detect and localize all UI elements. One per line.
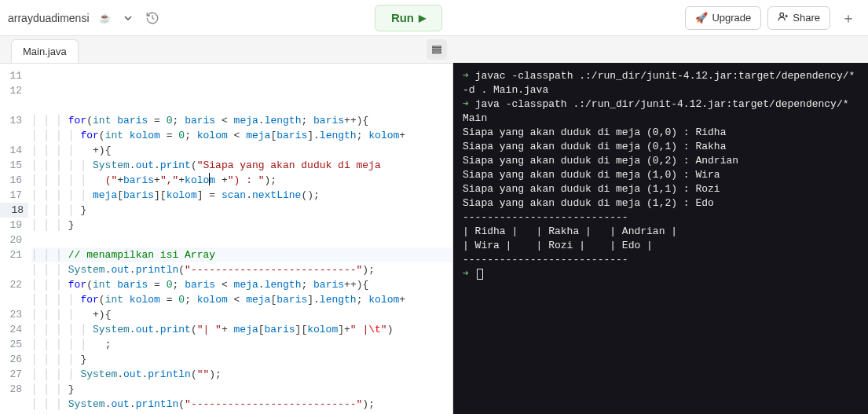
header-bar: arrayduadimensi ☕ Run ▶ 🚀 Upgrade Share … <box>0 0 868 36</box>
console-prompt-active[interactable]: ➜ <box>463 267 859 281</box>
line-number: 20 <box>0 233 22 247</box>
code-line[interactable]: │ │ │ System.out.println("--------------… <box>31 397 452 412</box>
language-icon-java: ☕ <box>97 10 113 26</box>
console-line: Siapa yang akan duduk di meja (1,0) : Wi… <box>463 168 859 182</box>
editor-settings-icon[interactable] <box>427 39 447 60</box>
svg-rect-5 <box>433 52 441 53</box>
run-button[interactable]: Run ▶ <box>375 5 442 31</box>
code-line[interactable]: │ │ │ │ │ meja[baris][kolom] = scan.next… <box>31 188 452 203</box>
svg-rect-4 <box>433 49 441 50</box>
line-number <box>0 98 22 113</box>
main-split: 1112 13 1415161718192021 22 232425262728… <box>0 63 868 414</box>
code-line[interactable]: │ │ │ │ for(int kolom = 0; kolom < meja[… <box>31 128 452 143</box>
code-line[interactable]: │ │ │ for(int baris = 0; baris < meja.le… <box>31 113 452 128</box>
prompt-icon: ➜ <box>463 268 469 280</box>
code-line[interactable]: │ │ │ // menampilkan isi Array <box>31 247 452 262</box>
code-line[interactable]: │ │ │ │ +){ <box>31 307 452 322</box>
line-number: 16 <box>0 173 22 188</box>
line-number: 14 <box>0 143 22 158</box>
rocket-icon: 🚀 <box>695 12 708 24</box>
editor-pane[interactable]: 1112 13 1415161718192021 22 232425262728… <box>0 63 453 414</box>
line-number: 17 <box>0 188 22 203</box>
history-icon[interactable] <box>141 7 163 29</box>
line-number: 22 <box>0 277 22 292</box>
code-line[interactable]: │ │ │ } <box>31 382 452 397</box>
line-number: 23 <box>0 307 22 322</box>
text-cursor <box>209 173 210 185</box>
console-line: Siapa yang akan duduk di meja (1,1) : Ro… <box>463 182 859 196</box>
prompt-icon: ➜ <box>463 70 469 82</box>
person-plus-icon <box>778 11 789 24</box>
line-number <box>0 128 22 143</box>
line-number: 28 <box>0 382 22 397</box>
line-number: 15 <box>0 158 22 173</box>
line-number: 24 <box>0 322 22 337</box>
console-line: Siapa yang akan duduk di meja (1,2) : Ed… <box>463 196 859 211</box>
share-button[interactable]: Share <box>767 6 830 30</box>
code-line[interactable]: │ │ │ │ │ System.out.print("Siapa yang a… <box>31 158 452 173</box>
svg-point-0 <box>780 13 784 16</box>
line-gutter: 1112 13 1415161718192021 22 232425262728 <box>0 64 28 414</box>
share-label: Share <box>793 12 820 24</box>
console-line: --------------------------- <box>463 253 859 267</box>
code-line[interactable]: │ │ │ │ │ ("+baris+","+kolom +") : "); <box>31 173 452 188</box>
svg-rect-3 <box>433 46 441 48</box>
code-line[interactable]: │ │ │ System.out.println("--------------… <box>31 262 452 277</box>
line-number <box>0 262 22 277</box>
console-line: Siapa yang akan duduk di meja (0,1) : Ra… <box>463 140 859 154</box>
console-line: ➜ java -classpath .:/run_dir/junit-4.12.… <box>463 97 859 126</box>
terminal-cursor <box>477 269 483 280</box>
line-number: 19 <box>0 218 22 233</box>
line-number: 13 <box>0 113 22 128</box>
console-line: --------------------------- <box>463 211 859 225</box>
console-line: Siapa yang akan duduk di meja (0,2) : An… <box>463 154 859 168</box>
line-number: 26 <box>0 352 22 367</box>
console-line: ➜ javac -classpath .:/run_dir/junit-4.12… <box>463 69 859 97</box>
line-number: 25 <box>0 337 22 352</box>
chevron-down-icon[interactable] <box>118 8 138 28</box>
prompt-icon: ➜ <box>463 98 469 110</box>
code-line[interactable]: │ │ │ } <box>31 218 452 233</box>
tab-label: Main.java <box>23 46 67 57</box>
code-line[interactable]: │ │ │ │ } <box>31 352 452 367</box>
code-area[interactable]: │ │ │ for(int baris = 0; baris < meja.le… <box>28 64 452 414</box>
line-number: 21 <box>0 247 22 262</box>
code-line[interactable]: │ │ │ │ │ System.out.print("| "+ meja[ba… <box>31 322 452 337</box>
upgrade-button[interactable]: 🚀 Upgrade <box>685 6 761 30</box>
code-line[interactable] <box>31 233 452 247</box>
code-line[interactable]: │ │ │ │ System.out.println(""); <box>31 367 452 382</box>
project-name[interactable]: arrayduadimensi <box>8 12 90 24</box>
play-icon: ▶ <box>419 13 426 24</box>
console-line: Siapa yang akan duduk di meja (0,0) : Ri… <box>463 126 859 140</box>
line-number: 12 <box>0 83 22 98</box>
code-line[interactable]: │ │ │ │ │ ; <box>31 337 452 352</box>
code-line[interactable]: │ │ │ │ } <box>31 203 452 218</box>
line-number <box>0 292 22 307</box>
code-line[interactable]: │ │ │ for(int baris = 0; baris < meja.le… <box>31 277 452 292</box>
upgrade-label: Upgrade <box>712 12 751 24</box>
line-number: 27 <box>0 367 22 382</box>
code-line[interactable]: │ │ │ │ +){ <box>31 143 452 158</box>
run-label: Run <box>391 11 414 24</box>
console-pane[interactable]: ➜ javac -classpath .:/run_dir/junit-4.12… <box>453 63 868 414</box>
console-line: | Ridha | | Rakha | | Andrian | <box>463 225 859 239</box>
line-number: 18 <box>0 203 28 218</box>
plus-icon[interactable]: ＋ <box>837 6 860 30</box>
tab-main-java[interactable]: Main.java <box>11 39 79 63</box>
header-right-tools: 🚀 Upgrade Share ＋ <box>685 6 860 30</box>
tab-bar: Main.java <box>0 36 868 63</box>
line-number: 11 <box>0 68 22 83</box>
code-line[interactable]: │ │ │ │ for(int kolom = 0; kolom < meja[… <box>31 292 452 307</box>
console-line: | Wira | | Rozi | | Edo | <box>463 239 859 253</box>
